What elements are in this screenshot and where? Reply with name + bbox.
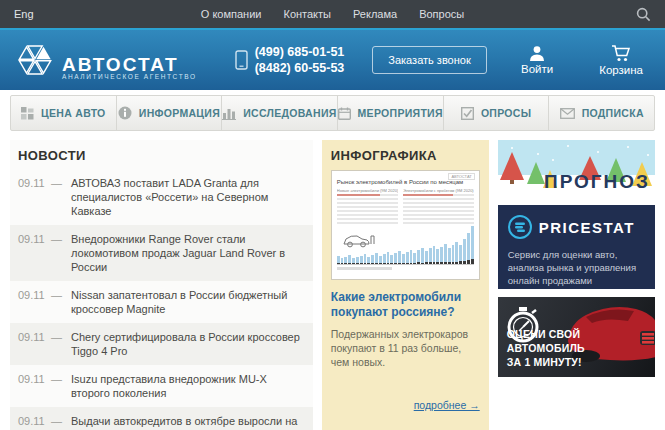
table-left-rows [337, 194, 398, 224]
news-list: 09.11 — АВТОВАЗ поставит LADA Granta для… [10, 169, 313, 430]
table-right-rows [403, 194, 473, 224]
topbar-link-ads[interactable]: Реклама [353, 8, 397, 20]
search-icon[interactable] [636, 7, 651, 22]
news-date: 09.11 [18, 232, 51, 274]
chart-bar [436, 249, 439, 264]
pricestat-text: Сервис для оценки авто, анализа рынка и … [508, 248, 645, 287]
infographic-more-link[interactable]: подробнее → [414, 399, 480, 411]
chart-bar [348, 255, 351, 264]
chart-bar [440, 247, 443, 264]
news-date: 09.11 [18, 176, 51, 218]
chart-bar [467, 233, 470, 264]
news-item-title: Nissan запатентовал в России бюджетный к… [71, 288, 305, 316]
bar-chart-icon [222, 107, 236, 120]
estimate-banner[interactable]: ОЦЕНИ СВОЙ АВТОМОБИЛЬ ЗА 1 МИНУТУ! [498, 297, 655, 377]
logo[interactable]: АВТОСТАТ АНАЛИТИЧЕСКОЕ АГЕНТСТВО [14, 40, 197, 80]
login-button[interactable]: Войти [521, 45, 553, 76]
nav-label: МЕРОПРИЯТИЯ [358, 107, 443, 119]
logo-hexagon-icon [14, 40, 56, 80]
callback-button[interactable]: Заказать звонок [372, 46, 486, 74]
chart-bar [433, 246, 436, 264]
chart-bar [410, 250, 413, 264]
news-item[interactable]: 09.11 — Isuzu представила внедорожник MU… [10, 365, 313, 407]
nav-item-subscription[interactable]: ПОДПИСКА [549, 96, 654, 130]
header-actions: Войти Корзина [521, 45, 651, 76]
nav-item-events[interactable]: МЕРОПРИЯТИЯ [338, 96, 444, 130]
logo-subtitle: АНАЛИТИЧЕСКОЕ АГЕНТСТВО [62, 73, 197, 80]
calendar-icon [338, 107, 351, 120]
nav-item-polls[interactable]: ОПРОСЫ [444, 96, 550, 130]
chart-bar [463, 239, 466, 264]
chart-bar [448, 248, 451, 264]
chart-bar [379, 256, 382, 264]
chart-bar [417, 250, 420, 264]
pricestat-banner[interactable]: PRICESTAT Сервис для оценки авто, анализ… [498, 205, 655, 289]
news-item[interactable]: 09.11 — Внедорожники Range Rover стали л… [10, 225, 313, 281]
news-title: НОВОСТИ [10, 140, 313, 169]
chart-bar [406, 252, 409, 264]
news-dash: — [51, 330, 71, 358]
chart-bar [402, 254, 405, 264]
news-item[interactable]: 09.11 — Chery сертифицировала в России к… [10, 323, 313, 365]
topbar-link-questions[interactable]: Вопросы [419, 8, 464, 20]
infographic-bar-chart [337, 227, 474, 265]
news-date: 09.11 [18, 372, 51, 400]
grid-icon [21, 107, 34, 120]
infographic-headline: Какие электромобили покупают россияне? [331, 290, 480, 320]
nav-label: ИССЛЕДОВАНИЯ [243, 107, 336, 119]
news-item-title: Выдачи автокредитов в октябре выросли на… [71, 414, 305, 430]
table-left-caption: Новые электромобили (9М 2020) [337, 188, 398, 193]
news-panel: НОВОСТИ 09.11 — АВТОВАЗ поставит LADA Gr… [10, 140, 313, 430]
news-dash: — [51, 176, 71, 218]
logo-title: АВТОСТАТ [62, 56, 197, 73]
chart-bar [390, 255, 393, 264]
main-nav: ЦЕНА АВТО ИНФОРМАЦИЯ ИССЛЕДОВАНИЯ МЕРОПР… [10, 95, 655, 131]
news-item[interactable]: 09.11 — АВТОВАЗ поставит LADA Granta для… [10, 169, 313, 225]
news-date: 09.11 [18, 330, 51, 358]
infographic-panel: ИНФОГРАФИКА АВТОСТАТ Рынок электромобиле… [322, 140, 489, 430]
chart-bar [471, 226, 474, 264]
nav-label: ЦЕНА АВТО [41, 107, 106, 119]
nav-item-price[interactable]: ЦЕНА АВТО [11, 96, 117, 130]
infographic-brand: АВТОСТАТ [448, 173, 474, 180]
chart-bar [371, 255, 374, 264]
topbar-link-contacts[interactable]: Контакты [283, 8, 331, 20]
news-date: 09.11 [18, 288, 51, 316]
chart-bar [452, 245, 455, 264]
electric-car-icon [343, 232, 377, 248]
topbar: Eng О компании Контакты Реклама Вопросы [0, 0, 665, 28]
infographic-title: ИНФОГРАФИКА [331, 148, 480, 163]
topbar-link-company[interactable]: О компании [201, 8, 262, 20]
news-item[interactable]: 09.11 — Выдачи автокредитов в октябре вы… [10, 407, 313, 430]
chart-bar [413, 253, 416, 264]
news-item-title: Внедорожники Range Rover стали локомотив… [71, 232, 305, 274]
infographic-text: Подержанных электрокаров покупают в 11 р… [331, 327, 480, 369]
chart-bar [360, 256, 363, 264]
news-dash: — [51, 232, 71, 274]
banner-column: ПРОГНОЗ PRICESTAT Сервис для оценки авто… [498, 140, 655, 430]
language-switch[interactable]: Eng [14, 8, 34, 20]
estimate-line2: ЗА 1 МИНУТУ! [507, 355, 655, 369]
nav-item-research[interactable]: ИССЛЕДОВАНИЯ [222, 96, 337, 130]
nav-label: ПОДПИСКА [582, 107, 644, 119]
chart-bar [344, 257, 347, 264]
prognoz-label: ПРОГНОЗ [544, 171, 650, 193]
nav-label: ИНФОРМАЦИЯ [139, 107, 220, 119]
infographic-tables: Новые электромобили (9М 2020) Электромоб… [337, 188, 474, 224]
chart-bar [429, 248, 432, 264]
chart-bar [367, 257, 370, 264]
phone-block: (499) 685-01-51 (8482) 60-55-53 [235, 44, 345, 76]
cart-button[interactable]: Корзина [599, 45, 643, 76]
cart-icon [611, 45, 631, 62]
prognoz-banner[interactable]: ПРОГНОЗ [498, 140, 655, 197]
cart-label: Корзина [599, 64, 643, 76]
chart-bar [341, 258, 344, 264]
pricestat-logo-text: PRICESTAT [539, 219, 635, 236]
news-item[interactable]: 09.11 — Nissan запатентовал в России бюд… [10, 281, 313, 323]
nav-item-information[interactable]: ИНФОРМАЦИЯ [117, 96, 223, 130]
chart-bar [425, 251, 428, 264]
chart-bar [356, 257, 359, 264]
infographic-image[interactable]: АВТОСТАТ Рынок электромобилей в России п… [331, 170, 480, 280]
news-dash: — [51, 288, 71, 316]
chart-bar [459, 245, 462, 264]
